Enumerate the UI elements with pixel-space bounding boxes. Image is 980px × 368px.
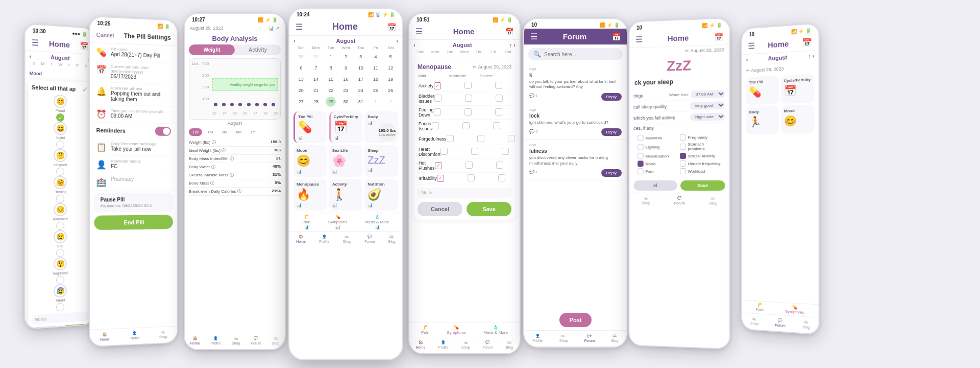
forum-search[interactable]: 🔍 xyxy=(528,48,623,60)
calendar-icon-7[interactable]: 📅 xyxy=(714,33,723,41)
feature-mood[interactable]: Mood 😊 📊 xyxy=(293,145,327,177)
filter-1y[interactable]: 1Y xyxy=(247,128,259,136)
cancel-btn-1[interactable]: Cancel xyxy=(32,326,59,330)
nav-profile-3[interactable]: 👤Profile xyxy=(211,336,221,345)
menopause-save[interactable]: Save xyxy=(467,202,511,216)
calendar-icon-8[interactable]: 📅 xyxy=(802,37,812,48)
meds-strip[interactable]: 🧴Meds & More📊 xyxy=(365,215,389,229)
pain-footer-5[interactable]: 🦵Pain xyxy=(421,325,429,335)
notes-field-1[interactable]: Notes xyxy=(32,312,88,325)
nav-blog-4[interactable]: 📖Blog xyxy=(388,235,396,243)
pain-strip[interactable]: 🦵Pain📊 xyxy=(302,215,310,229)
check-pregnancy[interactable]: Pregnancy xyxy=(679,134,721,141)
mood-intrigued[interactable]: 🤔Intrigued xyxy=(32,148,88,176)
nav-forum-8[interactable]: 💬Forum xyxy=(775,318,786,327)
cancel-btn-7[interactable]: el xyxy=(633,180,677,191)
hamburger-7[interactable]: ☰ xyxy=(635,34,643,44)
prev-month-1[interactable]: ‹ xyxy=(30,53,32,59)
quality-select[interactable]: Very good xyxy=(690,101,725,109)
feature-cycle[interactable]: Cyle/Fertility 📅 📊 xyxy=(329,111,363,143)
nav-shop-4[interactable]: 🛍Shop xyxy=(342,235,351,243)
check-lighting[interactable]: Lighting xyxy=(638,142,678,152)
tab-activity[interactable]: Activity xyxy=(235,44,281,55)
nav-shop-2[interactable]: 🛍Shop xyxy=(159,330,167,339)
calendar-icon-6[interactable]: 📅 xyxy=(612,33,621,41)
feature-pill-8[interactable]: The Pill 💊 xyxy=(746,76,779,105)
nav-shop-6[interactable]: 🛍Shop xyxy=(559,334,568,342)
nav-profile-2[interactable]: 👤Profile xyxy=(130,331,140,340)
menopause-notes[interactable]: Notes xyxy=(418,188,511,198)
feature-activity[interactable]: Activity 🚶 📊 xyxy=(329,179,363,211)
nav-blog-5[interactable]: 📖Blog xyxy=(506,340,513,349)
nav-shop-7[interactable]: 🛍Shop xyxy=(642,196,650,204)
nav-blog-3[interactable]: 📖Blog xyxy=(272,336,279,345)
hamburger-8[interactable]: ☰ xyxy=(748,41,755,51)
feature-mood-8[interactable]: Mood 😊 xyxy=(780,105,814,134)
symptoms-footer-5[interactable]: 💊Symptoms xyxy=(447,325,466,335)
post-btn-6[interactable]: Post xyxy=(559,313,592,327)
hamburger-1[interactable]: ☰ xyxy=(32,37,39,48)
settings-cancel[interactable]: Cancel xyxy=(96,32,114,39)
nav-shop-3[interactable]: 🛍Shop xyxy=(232,337,240,345)
filter-6m[interactable]: 6M xyxy=(232,128,245,136)
symptoms-footer-8[interactable]: 💊Symptoms xyxy=(785,305,804,315)
mood-trusting[interactable]: 🤗Trusting xyxy=(32,176,88,203)
hamburger-6[interactable]: ☰ xyxy=(530,32,537,41)
check-stress[interactable]: Stress/ Anxiety xyxy=(679,152,721,159)
check-noise[interactable]: Noise xyxy=(638,160,678,167)
check-menstruation[interactable]: Menstruation xyxy=(638,153,678,159)
feature-nutrition[interactable]: Nutrition 🥑 📊 xyxy=(364,179,398,211)
mood-afraid[interactable]: 😰Afraid xyxy=(32,283,88,313)
symptoms-strip[interactable]: 💊Symptoms📊 xyxy=(328,215,348,229)
nav-home-3[interactable]: 🏠Home xyxy=(190,336,200,345)
nav-profile-4[interactable]: 👤Profile xyxy=(319,235,329,243)
end-pill-btn[interactable]: End Pill xyxy=(94,215,173,230)
save-btn-7[interactable]: Save xyxy=(680,180,725,191)
check-pain[interactable]: Pain xyxy=(638,168,678,174)
nav-profile-6[interactable]: 👤Profile xyxy=(532,334,543,342)
mood-ashamed[interactable]: 😔Ashamed xyxy=(32,202,88,231)
nav-shop-8[interactable]: 🛍Shop xyxy=(750,317,758,326)
reply-btn-2[interactable]: Reply xyxy=(601,128,622,136)
filter-3m[interactable]: 3M xyxy=(218,128,231,136)
feature-cycle-8[interactable]: Cycle/Fertility 📅 xyxy=(780,74,814,104)
nav-home-5[interactable]: 🏠Home xyxy=(416,340,426,349)
tab-weight[interactable]: Weight xyxy=(189,44,235,55)
nav-profile-5[interactable]: 👤Profile xyxy=(438,340,449,349)
pain-footer-8[interactable]: 🦵Pain xyxy=(755,303,764,312)
nav-forum-6[interactable]: 💬Forum xyxy=(584,334,595,342)
hamburger-5[interactable]: ☰ xyxy=(415,27,423,36)
nav-shop-5[interactable]: 🛍Shop xyxy=(461,341,470,349)
feature-body[interactable]: Body 195.0 lbs Low active 📊 xyxy=(364,111,398,143)
check-workload[interactable]: Workload xyxy=(679,168,721,174)
check-insomnia[interactable]: Insomnia xyxy=(638,134,678,141)
calendar-icon-1[interactable]: 📅 xyxy=(80,41,88,50)
nav-forum-3[interactable]: 💬Forum xyxy=(251,336,261,345)
filter-1w[interactable]: 1W xyxy=(189,128,202,136)
meds-footer-5[interactable]: 🧴Meds & More xyxy=(483,325,508,335)
filter-1m[interactable]: 1M xyxy=(204,128,216,136)
feature-sleep[interactable]: Sleep ZzZ 📊 xyxy=(364,145,398,177)
check-urinate[interactable]: Urinate frequency xyxy=(679,160,721,167)
reply-btn-1[interactable]: Reply xyxy=(601,93,622,101)
nav-blog-6[interactable]: 📖Blog xyxy=(611,334,619,342)
mood-joyful[interactable]: 😄Joyful xyxy=(32,121,88,149)
feature-pill[interactable]: The Pill 💊 📊 xyxy=(293,111,327,143)
mood-sad[interactable]: 😢Sad xyxy=(32,229,88,258)
hamburger-4[interactable]: ☰ xyxy=(296,22,303,32)
search-input-6[interactable] xyxy=(544,52,618,57)
water-time-select[interactable]: 07:00 AM xyxy=(691,90,725,98)
save-btn-1[interactable]: S xyxy=(62,324,88,330)
nav-blog-7[interactable]: 📖Blog xyxy=(709,196,717,205)
nav-forum-4[interactable]: 💬Forum xyxy=(364,235,375,243)
nav-home-4[interactable]: 🏠Home xyxy=(296,235,306,243)
position-select[interactable]: Right side xyxy=(690,113,725,121)
calendar-icon-5[interactable]: 📅 xyxy=(505,28,513,36)
nav-blog-8[interactable]: 📖Blog xyxy=(802,320,810,329)
feature-sex-life[interactable]: Sex Life 🌸 📊 xyxy=(329,145,363,177)
nav-forum-7[interactable]: 💬Forum xyxy=(674,196,684,205)
reply-btn-3[interactable]: Reply xyxy=(601,169,622,177)
reminders-switch[interactable] xyxy=(155,127,171,136)
menopause-cancel[interactable]: Cancel xyxy=(418,202,462,216)
nav-home-2[interactable]: 🏠Home xyxy=(100,332,110,341)
